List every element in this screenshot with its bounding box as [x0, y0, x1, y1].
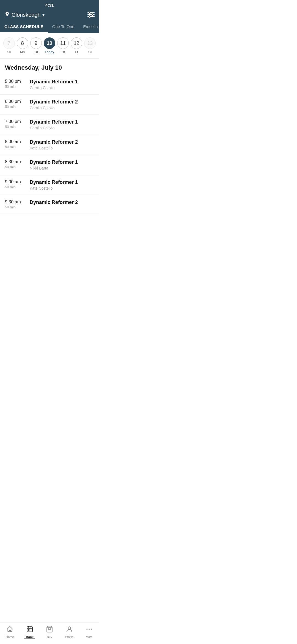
day-item-10[interactable]: 10 Today — [44, 37, 55, 54]
day-number-9: 9 — [30, 37, 42, 49]
tab-class-schedule[interactable]: CLASS SCHEDULE — [0, 22, 48, 33]
day-number-11: 11 — [57, 37, 69, 49]
class-info-2: Dynamic Reformer 1 Camila Calixto — [30, 119, 94, 130]
status-bar: 4:31 — [0, 0, 99, 9]
class-item-5[interactable]: 9:00 am 50 min Dynamic Reformer 1 Kate C… — [0, 175, 99, 195]
day-item-9[interactable]: 9 Tu — [30, 37, 42, 54]
filter-button[interactable] — [87, 12, 95, 19]
class-time-6: 9:30 am 50 min — [5, 200, 30, 209]
class-item-6[interactable]: 9:30 am 50 min Dynamic Reformer 2 — [0, 195, 99, 214]
header: Clonskeagh ▾ — [0, 9, 99, 19]
tab-bar: CLASS SCHEDULE One To One Emsella bo — [0, 19, 99, 33]
day-label-8: Mo — [20, 50, 25, 54]
class-item-0[interactable]: 5:00 pm 50 min Dynamic Reformer 1 Camila… — [0, 75, 99, 95]
day-number-7: 7 — [3, 37, 15, 49]
day-number-10: 10 — [44, 37, 55, 49]
day-label-12: Fr — [75, 50, 78, 54]
class-time-0: 5:00 pm 50 min — [5, 79, 30, 89]
date-heading: Wednesday, July 10 — [0, 59, 99, 75]
day-item-7[interactable]: 7 Su — [3, 37, 15, 54]
main-content: 7 Su 8 Mo 9 Tu 10 Today 11 Th — [0, 33, 99, 236]
location-selector[interactable]: Clonskeagh ▾ — [4, 11, 45, 19]
pin-icon — [4, 11, 10, 19]
day-item-12[interactable]: 12 Fr — [71, 37, 82, 54]
tab-emsella[interactable]: Emsella bo — [79, 22, 99, 33]
class-list: 5:00 pm 50 min Dynamic Reformer 1 Camila… — [0, 75, 99, 214]
class-item-3[interactable]: 8:00 am 50 min Dynamic Reformer 2 Kate C… — [0, 135, 99, 155]
day-item-13[interactable]: 13 Sa — [84, 37, 96, 54]
status-time: 4:31 — [45, 3, 54, 7]
class-time-3: 8:00 am 50 min — [5, 139, 30, 149]
svg-point-4 — [92, 14, 93, 15]
day-item-8[interactable]: 8 Mo — [17, 37, 28, 54]
class-time-1: 6:00 pm 50 min — [5, 99, 30, 109]
class-info-4: Dynamic Reformer 1 Nikki Barta — [30, 159, 94, 170]
day-selector: 7 Su 8 Mo 9 Tu 10 Today 11 Th — [0, 33, 99, 59]
location-name: Clonskeagh — [12, 12, 41, 18]
chevron-down-icon: ▾ — [42, 12, 45, 18]
class-item-4[interactable]: 8:30 am 50 min Dynamic Reformer 1 Nikki … — [0, 155, 99, 175]
svg-point-3 — [89, 12, 90, 13]
class-item-2[interactable]: 7:00 pm 50 min Dynamic Reformer 1 Camila… — [0, 115, 99, 135]
svg-point-5 — [89, 16, 90, 17]
class-info-0: Dynamic Reformer 1 Camila Calixto — [30, 79, 94, 90]
day-number-12: 12 — [71, 37, 82, 49]
tab-one-to-one[interactable]: One To One — [48, 22, 79, 33]
day-item-11[interactable]: 11 Th — [57, 37, 69, 54]
class-time-4: 8:30 am 50 min — [5, 159, 30, 169]
day-number-13: 13 — [84, 37, 96, 49]
day-label-7: Su — [7, 50, 11, 54]
day-label-9: Tu — [34, 50, 38, 54]
day-number-8: 8 — [17, 37, 28, 49]
class-info-1: Dynamic Reformer 2 Camila Calixto — [30, 99, 94, 110]
class-info-3: Dynamic Reformer 2 Kate Costello — [30, 139, 94, 150]
class-info-6: Dynamic Reformer 2 — [30, 200, 94, 206]
day-label-13: Sa — [88, 50, 92, 54]
class-time-5: 9:00 am 50 min — [5, 179, 30, 189]
day-label-11: Th — [61, 50, 65, 54]
class-item-1[interactable]: 6:00 pm 50 min Dynamic Reformer 2 Camila… — [0, 95, 99, 115]
class-time-2: 7:00 pm 50 min — [5, 119, 30, 129]
day-label-10: Today — [45, 50, 54, 54]
class-info-5: Dynamic Reformer 1 Kate Costello — [30, 179, 94, 190]
